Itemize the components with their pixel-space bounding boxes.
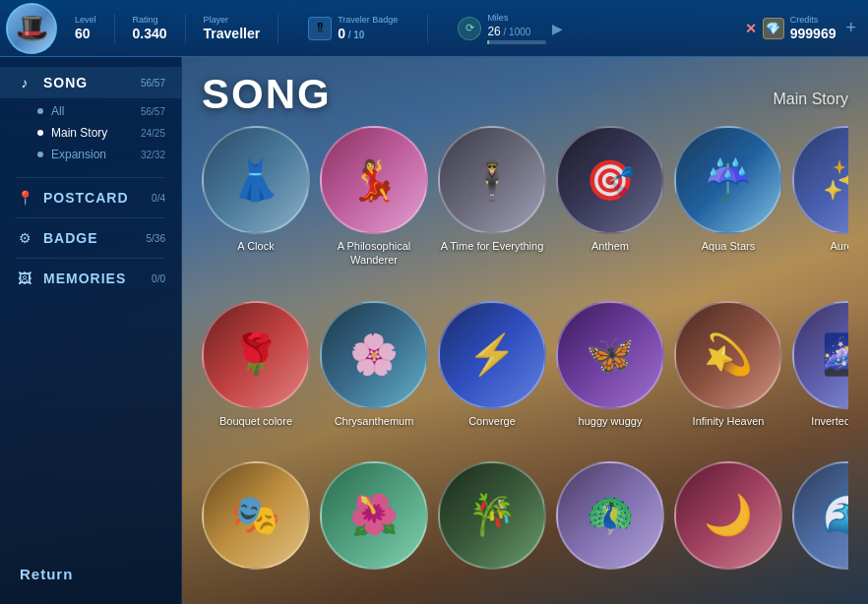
song-artwork: 🌙: [676, 463, 780, 568]
header-bar: 🎩 Level 60 Rating 0.340 Player Traveller…: [0, 0, 868, 57]
song-item[interactable]: ☔Aqua Stars: [674, 126, 782, 287]
song-item[interactable]: 🎋: [438, 461, 546, 594]
song-figure-icon: 🌙: [704, 492, 753, 538]
song-circle: 🌸: [320, 301, 428, 409]
song-figure-icon: 💫: [704, 332, 753, 378]
avatar-area[interactable]: 🎩: [0, 0, 63, 57]
song-item[interactable]: 🌌Inverted World: [792, 301, 848, 448]
header-stats: Level 60 Rating 0.340 Player Traveller 🎖…: [63, 13, 733, 44]
player-name: Traveller: [204, 26, 261, 42]
sidebar-sub-main-story[interactable]: Main Story 24/25: [0, 122, 181, 144]
song-item[interactable]: 🌸Chrysanthemum: [320, 301, 428, 448]
song-name: Inverted World: [811, 414, 848, 428]
sidebar-item-song[interactable]: ♪ SONG 56/57: [0, 67, 181, 98]
sidebar-song-label: SONG: [43, 75, 131, 91]
song-item[interactable]: 💃A Philosophical Wanderer: [320, 126, 428, 287]
song-name: Infinity Heaven: [693, 414, 765, 428]
sidebar-memories-label: MEMORIES: [43, 271, 142, 286]
sidebar-item-badge[interactable]: ⚙ BADGE 5/36: [0, 222, 181, 254]
sidebar: ♪ SONG 56/57 All 56/57 Main Story 24/25 …: [0, 57, 182, 604]
song-item[interactable]: 🕴A Time for Everything: [438, 126, 546, 287]
song-item[interactable]: 🌹Bouquet colore: [202, 301, 310, 448]
player-label: Player: [204, 15, 261, 26]
song-figure-icon: ☔: [704, 157, 753, 204]
sidebar-expansion-label: Expansion: [51, 148, 133, 161]
sidebar-all-count: 56/57: [141, 106, 165, 117]
miles-area[interactable]: ⟳ Miles 26 / 1000 ▶: [446, 13, 575, 44]
song-item[interactable]: ✨Aurora: [792, 126, 848, 287]
sidebar-divider-2: [16, 217, 165, 218]
song-name: Converge: [468, 414, 516, 428]
credits-label: Credits: [790, 15, 837, 26]
song-artwork: 🦋: [558, 303, 662, 407]
song-figure-icon: 🎋: [467, 492, 517, 538]
song-figure-icon: 🌸: [349, 332, 399, 378]
song-figure-icon: 👗: [231, 157, 280, 204]
return-button[interactable]: Return: [0, 556, 181, 592]
song-figure-icon: 🌌: [822, 332, 848, 378]
song-circle: ⚡: [438, 301, 546, 409]
filter-label[interactable]: Main Story: [774, 91, 848, 108]
song-artwork: 🦚: [558, 463, 662, 568]
content-header: SONG Main Story: [202, 57, 848, 126]
song-figure-icon: 🕴: [467, 157, 517, 204]
credits-area[interactable]: ✕ 💎 Credits 999969 +: [733, 15, 868, 42]
song-artwork: 🕴: [440, 128, 544, 232]
credits-plus-icon[interactable]: +: [845, 18, 856, 38]
miles-progress-bar: [487, 40, 546, 44]
sidebar-memories-count: 0/0: [152, 273, 165, 284]
avatar-icon: 🎩: [15, 12, 49, 44]
page-title: SONG: [202, 71, 332, 118]
song-artwork: 💃: [322, 128, 426, 232]
song-item[interactable]: 🌊: [792, 461, 848, 594]
memories-icon: 🖼: [16, 271, 33, 286]
song-item[interactable]: 🦚: [556, 461, 664, 594]
song-item[interactable]: 🎭: [202, 461, 310, 594]
song-figure-icon: 🌊: [822, 492, 848, 538]
song-artwork: 🌸: [322, 303, 426, 407]
sub-dot-all: [37, 108, 43, 114]
song-item[interactable]: ⚡Converge: [438, 301, 546, 448]
song-figure-icon: ✨: [822, 157, 848, 204]
sidebar-item-postcard[interactable]: 📍 POSTCARD 0/4: [0, 182, 181, 213]
sidebar-divider-3: [16, 258, 165, 259]
song-circle: ☔: [674, 126, 782, 234]
content-area: SONG Main Story 👗A Clock💃A Philosophical…: [182, 57, 868, 604]
player-stat: Player Traveller: [204, 15, 261, 42]
song-artwork: 🎭: [204, 463, 308, 568]
sidebar-sub-expansion[interactable]: Expansion 32/32: [0, 144, 181, 165]
song-circle: 🌊: [792, 461, 848, 570]
traveler-badge-area[interactable]: 🎖 Traveler Badge 0 / 10: [296, 15, 409, 42]
credits-stat: Credits 999969: [790, 15, 837, 42]
song-item[interactable]: 🦋huggy wuggy: [556, 301, 664, 448]
miles-icon: ⟳: [458, 17, 481, 40]
song-name: Aurora: [830, 239, 848, 253]
song-item[interactable]: 💫Infinity Heaven: [674, 301, 782, 448]
level-label: Level: [75, 15, 96, 26]
sidebar-sub-all[interactable]: All 56/57: [0, 100, 181, 122]
song-item[interactable]: 🎯Anthem: [556, 126, 664, 287]
sidebar-item-memories[interactable]: 🖼 MEMORIES 0/0: [0, 263, 181, 294]
song-name: A Philosophical Wanderer: [320, 239, 428, 268]
song-circle: 🦚: [556, 461, 664, 570]
song-name: A Clock: [237, 239, 274, 253]
miles-arrow-icon: ▶: [552, 21, 563, 36]
song-artwork: 🌺: [322, 463, 426, 568]
level-stat: Level 60: [75, 15, 96, 42]
main-layout: ♪ SONG 56/57 All 56/57 Main Story 24/25 …: [0, 57, 868, 604]
song-circle: 🎋: [438, 461, 546, 570]
music-icon: ♪: [16, 75, 33, 91]
avatar[interactable]: 🎩: [6, 3, 57, 54]
sidebar-badge-count: 5/36: [147, 233, 165, 244]
song-circle: ✨: [792, 126, 848, 234]
song-item[interactable]: 👗A Clock: [202, 126, 310, 287]
song-figure-icon: 🦋: [586, 332, 635, 378]
songs-grid: 👗A Clock💃A Philosophical Wanderer🕴A Time…: [202, 126, 848, 604]
sidebar-main-story-label: Main Story: [51, 126, 133, 140]
song-item[interactable]: 🌺: [320, 461, 428, 594]
song-item[interactable]: 🌙: [674, 461, 782, 594]
sidebar-postcard-label: POSTCARD: [43, 190, 142, 206]
stat-divider-1: [114, 14, 115, 43]
traveler-badge-label: Traveler Badge: [338, 15, 398, 26]
song-artwork: ⚡: [440, 303, 544, 407]
